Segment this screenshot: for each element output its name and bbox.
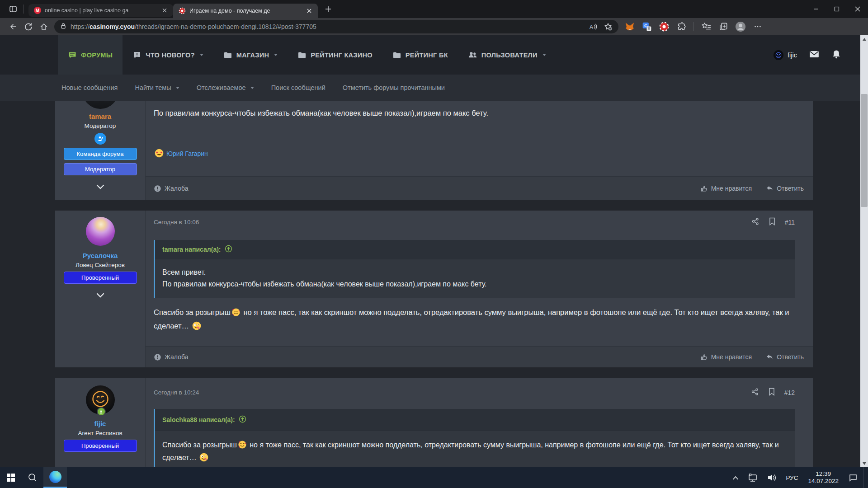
taskbar-edge-app[interactable] [43, 467, 67, 488]
subnav-find-threads[interactable]: Найти темы [135, 84, 179, 91]
collections-icon[interactable] [717, 20, 730, 33]
tab-workspaces-icon[interactable] [5, 3, 21, 15]
expand-user-chevron-icon[interactable] [96, 183, 105, 192]
window-minimize-button[interactable] [806, 0, 826, 18]
user-role: Ловец Скейтеров [55, 262, 145, 268]
alerts-bell-icon[interactable] [831, 49, 841, 61]
folder-icon [223, 51, 232, 60]
language-indicator[interactable]: РУС [782, 467, 802, 488]
like-button[interactable]: Мне нравится [700, 353, 752, 361]
svg-text:♥: ♥ [239, 441, 240, 443]
post-number[interactable]: #11 [785, 219, 795, 226]
tray-show-hidden-icons[interactable] [729, 467, 742, 488]
reactions-bar[interactable]: ♥♥ Юрий Гагарин [154, 149, 795, 158]
report-link[interactable]: Жалоба [154, 185, 188, 192]
casino-chip-extension-icon[interactable] [657, 20, 671, 33]
post-number[interactable]: #12 [784, 389, 795, 396]
quote-attribution[interactable]: tamara написал(а): [162, 246, 221, 253]
add-favorite-star-icon[interactable] [600, 20, 616, 33]
nav-item-casino-rating[interactable]: РЕЙТИНГ КАЗИНО [288, 35, 382, 75]
favorites-bar-icon[interactable] [699, 20, 713, 33]
badge-forum-team[interactable]: Команда форума [64, 148, 137, 160]
nav-item-bookmaker-rating[interactable]: РЕЙТИНГ БК [382, 35, 458, 75]
messages-envelope-icon[interactable] [809, 49, 820, 61]
users-icon [468, 50, 477, 60]
tab2-close-icon[interactable] [305, 7, 313, 15]
profile-avatar-icon[interactable] [734, 20, 747, 33]
nav-item-label: РЕЙТИНГ КАЗИНО [311, 52, 373, 59]
start-button[interactable] [0, 467, 22, 488]
quote-attribution[interactable]: Salochka88 написал(а): [162, 416, 235, 423]
forum-post-10: tamara Модератор Команда форума Модерато… [55, 101, 813, 200]
username-link[interactable]: tamara [55, 113, 145, 120]
post10-content-cell: По правилам конкурса-чтобы избежать обма… [146, 101, 813, 200]
username-link[interactable]: Русалочка [55, 252, 145, 259]
window-close-button[interactable] [847, 0, 868, 18]
nav-item-users[interactable]: ПОЛЬЗОВАТЕЛИ [458, 35, 556, 75]
taskbar-search-button[interactable] [22, 467, 43, 488]
bookmark-icon[interactable] [769, 217, 776, 227]
action-center-icon[interactable] [845, 467, 861, 488]
network-icon[interactable] [744, 467, 761, 488]
bookmark-icon[interactable] [768, 388, 775, 397]
windows-taskbar: РУС 12:39 14.07.2022 [0, 467, 868, 488]
clock[interactable]: 12:39 14.07.2022 [803, 470, 843, 485]
avatar[interactable] [86, 217, 115, 246]
avatar[interactable] [82, 101, 118, 109]
expand-user-chevron-icon[interactable] [96, 292, 105, 300]
folder-icon [297, 51, 307, 60]
report-link[interactable]: Жалоба [154, 353, 188, 361]
browser-tab-active[interactable]: Играем на демо - получаем де [173, 4, 318, 18]
extensions-puzzle-icon[interactable] [675, 20, 688, 33]
scroll-up-arrow-icon[interactable] [860, 35, 868, 43]
scrollbar-thumb[interactable] [861, 94, 868, 207]
badge-moderator[interactable]: Модератор [64, 163, 137, 175]
home-icon[interactable] [36, 20, 52, 33]
show-desktop-button[interactable] [863, 467, 865, 488]
subnav-mark-forums-read[interactable]: Отметить форумы прочитанными [343, 84, 445, 91]
nav-item-forums[interactable]: ФОРУМЫ [58, 35, 123, 75]
reaction-users-link[interactable]: ♥♥ Юрий Гагарин [154, 149, 208, 158]
browser-tab-inactive[interactable]: M online casino | play live casino ga [28, 4, 173, 17]
address-bar[interactable]: https://casinomy.cyou/threads/igraem-na-… [54, 20, 618, 33]
window-maximize-button[interactable] [826, 0, 847, 18]
quote-goto-arrow-icon[interactable] [239, 415, 246, 424]
browser-menu-dots-icon[interactable] [751, 20, 764, 33]
current-user-menu[interactable]: fijic [774, 50, 797, 60]
forums-chat-icon [68, 51, 77, 60]
back-icon[interactable] [5, 20, 21, 33]
quote-goto-arrow-icon[interactable] [225, 245, 232, 254]
scroll-down-arrow-icon[interactable] [860, 460, 868, 467]
post-header: Сегодня в 10:06 #11 [154, 211, 795, 227]
subnav-search-posts[interactable]: Поиск сообщений [271, 84, 326, 91]
volume-icon[interactable] [763, 467, 780, 488]
post-timestamp[interactable]: Сегодня в 10:24 [154, 389, 199, 396]
google-translate-icon[interactable]: G [640, 20, 654, 33]
reply-arrow-icon [765, 184, 774, 192]
subnav-new-posts[interactable]: Новые сообщения [61, 84, 118, 91]
badge-verified[interactable]: Проверенный [64, 440, 137, 452]
username-link[interactable]: fijic [55, 420, 145, 427]
lock-icon[interactable] [60, 22, 67, 31]
subnav-watched[interactable]: Отслеживаемое [197, 84, 254, 91]
badge-verified[interactable]: Проверенный [64, 272, 137, 284]
thread-posts: tamara Модератор Команда форума Модерато… [0, 101, 860, 467]
nav-item-whats-new[interactable]: ЧТО НОВОГО? [123, 35, 213, 75]
metamask-fox-icon[interactable] [623, 20, 637, 33]
reply-button[interactable]: Ответить [765, 184, 804, 192]
post-timestamp[interactable]: Сегодня в 10:06 [154, 219, 199, 225]
tab1-close-icon[interactable] [160, 6, 169, 14]
read-aloud-icon[interactable]: A [585, 20, 600, 33]
share-icon[interactable] [751, 217, 760, 227]
reply-button[interactable]: Ответить [765, 353, 804, 361]
new-tab-button[interactable] [322, 3, 334, 15]
refresh-icon[interactable] [21, 20, 36, 33]
avatar[interactable] [86, 385, 115, 414]
post-body-text: Спасибо за розыгрыш♥♥♥ но я тоже пасс, т… [154, 305, 795, 333]
page-scrollbar[interactable] [860, 35, 868, 467]
current-user-name: fijic [788, 52, 797, 59]
nav-user-area: fijic [774, 35, 841, 75]
share-icon[interactable] [751, 388, 759, 397]
nav-item-shop[interactable]: МАГАЗИН [213, 35, 288, 75]
like-button[interactable]: Мне нравится [700, 184, 752, 192]
